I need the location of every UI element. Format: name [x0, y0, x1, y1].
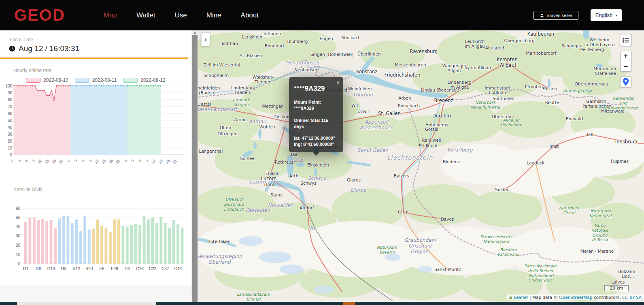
- svg-text:G1: G1: [23, 267, 29, 271]
- map-place-label: Appenzell Ausserrhoden: [360, 119, 393, 130]
- map-place-label: Aargau: [249, 119, 266, 124]
- map-place-label: Sursee: [240, 156, 255, 161]
- map-place-label: Liestal: [198, 102, 211, 107]
- svg-text:21: 21: [58, 158, 64, 164]
- scrollbar-up-arrow[interactable]: ▲: [191, 31, 198, 34]
- map-place-label: Altusried: [485, 45, 504, 50]
- local-time-value: Aug 12 / 16:03:31: [19, 44, 79, 53]
- map-place-label: Stans: [270, 192, 282, 197]
- map-place-label: Weinfelden: [348, 86, 372, 91]
- user-account-button[interactable]: rouven.keller: [533, 11, 578, 20]
- online-days: Online: total 115 days: [294, 117, 338, 130]
- map-place-label: Nidwalden: [268, 203, 293, 208]
- svg-text:C16: C16: [136, 267, 144, 271]
- svg-text:21: 21: [115, 158, 121, 164]
- legend-item[interactable]: 2022-08-12: [123, 77, 165, 83]
- map-place-label: Davos: [441, 217, 454, 222]
- svg-text:20: 20: [16, 243, 21, 247]
- top-navbar: GEOD MapWalletUseMineAbout rouven.keller…: [0, 0, 644, 30]
- user-icon: [540, 13, 544, 18]
- map-place-label: Liechtenstein: [387, 154, 433, 161]
- scrollbar-thumb[interactable]: [192, 35, 198, 302]
- map-place-label: Obergünzburg: [504, 38, 534, 43]
- hourly-chart-title: Hourly online rate: [13, 68, 191, 73]
- svg-text:20: 20: [8, 139, 13, 143]
- svg-text:60: 60: [16, 206, 21, 211]
- map-place-label: Chur: [398, 209, 409, 215]
- legend-item[interactable]: 2022-08-11: [75, 77, 117, 83]
- map-scale: 20 km: [604, 285, 629, 291]
- nav-link-use[interactable]: Use: [174, 11, 187, 19]
- navbar-right: rouven.keller English ▾: [533, 9, 622, 21]
- zoom-in-button[interactable]: +: [621, 51, 631, 61]
- map-place-label: Karwendel und Karwendelvorge…: [605, 96, 642, 110]
- svg-text:C6: C6: [125, 267, 130, 271]
- chevron-down-icon: ▾: [615, 13, 617, 17]
- map-place-label: Oftringen: [217, 131, 238, 136]
- map-place-label: Vorarlberg: [447, 147, 473, 153]
- nav-link-mine[interactable]: Mine: [206, 11, 221, 19]
- stats-sidebar: Local Time Aug 12 / 16:03:31 Hourly onli…: [0, 30, 191, 302]
- accent-divider: [0, 58, 188, 59]
- license-link[interactable]: CC-BY-SA: [622, 295, 642, 300]
- svg-text:50: 50: [8, 118, 13, 123]
- osm-link[interactable]: OpenStreetMap: [559, 295, 592, 300]
- map-place-label: Dornbirn: [432, 113, 453, 119]
- map-place-label: Thurgau: [353, 92, 373, 98]
- map-place-label: Schaffhausen: [286, 60, 319, 66]
- map-place-label: Zell im Wiesental: [204, 62, 240, 67]
- legend-label: 2022-08-10: [43, 77, 68, 83]
- latitude-value: lat: 47°12'36.00000": [294, 135, 338, 141]
- map-place-label: Füssen: [542, 86, 557, 91]
- leaflet-map[interactable]: LöffingenLenzkirchTodtnauBonndorfBlumber…: [198, 30, 644, 302]
- map-place-label: Laufenburg (Baden): [231, 85, 255, 95]
- language-selector[interactable]: English ▾: [591, 9, 622, 21]
- locate-control-button[interactable]: [620, 76, 631, 87]
- sidebar-vertical-scrollbar[interactable]: ▲: [191, 30, 198, 302]
- map-attribution: Leaflet | Map data © OpenStreetMap contr…: [507, 294, 644, 300]
- map-place-label: Fulpmes: [611, 159, 629, 164]
- map-place-label: Bolzano · Boz…: [618, 269, 635, 279]
- svg-text:18: 18: [51, 158, 57, 164]
- station-id: ****9A329: [294, 85, 338, 93]
- svg-text:0: 0: [123, 158, 128, 163]
- snr-chart-title: Satellite SNR: [13, 187, 191, 192]
- location-pin-icon: [623, 78, 629, 86]
- map-place-label: Olten: [220, 125, 231, 130]
- map-place-label: Jurapark Aargau: [233, 98, 250, 107]
- map-place-label: Rorschach: [398, 103, 420, 108]
- svg-text:40: 40: [8, 125, 13, 130]
- map-place-label: Landeck: [527, 160, 544, 165]
- sidebar-collapse-button[interactable]: ‹: [201, 32, 210, 46]
- horizontal-scrollbar[interactable]: [0, 302, 644, 305]
- nav-link-map[interactable]: Map: [104, 11, 117, 19]
- nav-link-wallet[interactable]: Wallet: [136, 11, 155, 19]
- svg-text:0: 0: [10, 158, 15, 163]
- svg-text:E8: E8: [99, 267, 104, 271]
- map-place-label: Mittenwald: [601, 109, 625, 113]
- horizontal-scrollbar-thumb[interactable]: [17, 302, 156, 305]
- svg-text:6: 6: [138, 158, 142, 163]
- svg-text:50: 50: [16, 215, 21, 220]
- zoom-out-button[interactable]: −: [621, 61, 631, 71]
- close-icon[interactable]: ×: [336, 79, 340, 85]
- map-place-label: Bonndorf: [265, 43, 284, 48]
- svg-text:100: 100: [5, 84, 12, 88]
- svg-text:40: 40: [16, 224, 21, 229]
- map-place-label: Meckenbeuren: [395, 62, 426, 67]
- map-place-label: Einsiedeln: [307, 162, 329, 167]
- svg-text:E26: E26: [111, 267, 118, 271]
- layers-control-button[interactable]: [620, 34, 632, 46]
- leaflet-link[interactable]: Leaflet: [514, 295, 528, 300]
- map-place-label: Götzis: [425, 127, 438, 132]
- map-place-label: St. Gallen: [378, 111, 401, 117]
- language-value: English: [595, 12, 613, 18]
- zoom-control: + −: [621, 51, 631, 72]
- legend-item[interactable]: 2022-08-10: [26, 77, 68, 83]
- svg-text:3: 3: [17, 158, 21, 163]
- map-place-label: Konstanz: [356, 69, 377, 75]
- map-place-label: Zug: [293, 157, 303, 163]
- map-place-label: Schopfheim: [204, 73, 229, 78]
- sidebar-bottom-gap: [0, 285, 191, 302]
- nav-link-about[interactable]: About: [241, 11, 259, 19]
